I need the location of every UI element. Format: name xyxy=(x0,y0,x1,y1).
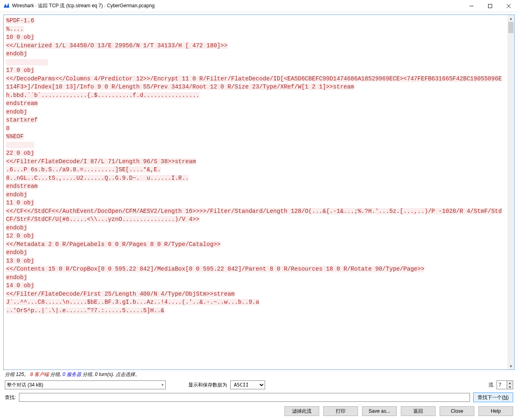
chevron-down-icon: ▾ xyxy=(162,383,164,387)
scroll-down-icon[interactable]: ▼ xyxy=(507,363,514,370)
close-button[interactable]: Close xyxy=(440,406,474,416)
client-pkts: 8 xyxy=(30,372,33,377)
scrollbar-thumb[interactable] xyxy=(508,22,514,33)
spin-up-icon[interactable]: ▲ xyxy=(507,381,513,385)
encoding-dropdown[interactable]: ASCII xyxy=(230,380,265,389)
dialog-button-row: 滤掉此流 打印 Save as... 返回 Close Help xyxy=(0,404,518,420)
window-controls xyxy=(462,0,518,12)
vertical-scrollbar[interactable]: ▲ ▼ xyxy=(507,15,514,370)
conversation-selected: 整个对话 (34 kB) xyxy=(7,382,43,388)
scroll-up-icon[interactable]: ▲ xyxy=(507,15,514,22)
mid2: 分组, xyxy=(82,372,95,377)
find-input[interactable] xyxy=(19,393,470,402)
help-button[interactable]: Help xyxy=(478,406,513,416)
maximize-button[interactable] xyxy=(481,0,499,12)
conversation-dropdown[interactable]: 整个对话 (34 kB) ▾ xyxy=(5,380,166,389)
minimize-button[interactable] xyxy=(462,0,481,12)
stream-content-frame: %PDF-1.6 %.... 10 0 obj <</Linearized 1/… xyxy=(3,15,515,370)
display-save-label: 显示和保存数据为 xyxy=(188,382,227,388)
print-button[interactable]: 打印 xyxy=(323,406,358,416)
client-label: 客户端 xyxy=(34,372,49,377)
window-titlebar: Wireshark · 追踪 TCP 流 (tcp.stream eq 7) ·… xyxy=(0,0,518,12)
stream-number-spinner[interactable]: ▲ ▼ xyxy=(497,380,513,389)
stream-label: 流 xyxy=(489,382,493,388)
spin-down-icon[interactable]: ▼ xyxy=(507,385,513,389)
find-next-button[interactable]: 查找下一个(N) xyxy=(473,393,513,402)
stream-number-input[interactable] xyxy=(497,380,507,389)
find-next-label: 查找下一个(N) xyxy=(478,394,509,401)
close-window-button[interactable] xyxy=(499,0,518,12)
save-as-button[interactable]: Save as... xyxy=(362,406,397,416)
back-button[interactable]: 返回 xyxy=(401,406,436,416)
window-title: Wireshark · 追踪 TCP 流 (tcp.stream eq 7) ·… xyxy=(12,2,155,9)
server-label: 服务器 xyxy=(67,372,81,377)
find-row: 查找: 查找下一个(N) xyxy=(0,391,518,404)
options-row: 整个对话 (34 kB) ▾ 显示和保存数据为 ASCII 流 ▲ ▼ xyxy=(0,379,518,391)
find-label: 查找: xyxy=(5,394,16,401)
server-pkts: 0 xyxy=(63,372,65,377)
mid1: 分组, xyxy=(50,372,63,377)
pkts-total-label: 分组 125。 xyxy=(5,372,29,377)
status-summary[interactable]: 分组 125。 8 客户端 分组, 0 服务器 分组, 0 turn(s). 点… xyxy=(0,370,518,379)
stream-text[interactable]: %PDF-1.6 %.... 10 0 obj <</Linearized 1/… xyxy=(4,15,507,370)
wireshark-icon xyxy=(3,2,10,10)
filter-out-stream-button[interactable]: 滤掉此流 xyxy=(284,406,319,416)
svg-rect-1 xyxy=(489,4,492,8)
turns-label: 0 turn(s). 点击选择。 xyxy=(95,372,140,377)
